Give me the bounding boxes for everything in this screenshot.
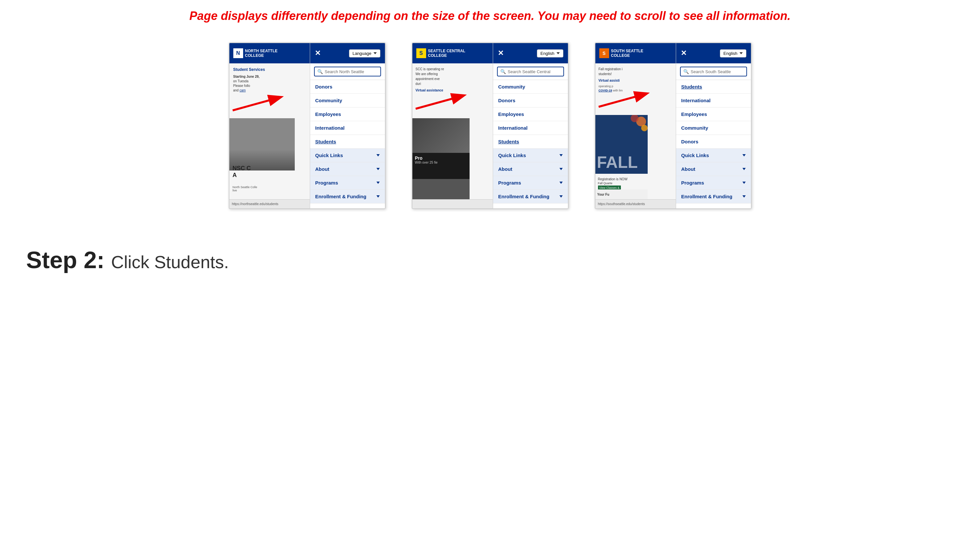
north-language-button[interactable]: Language [349, 49, 380, 57]
north-about-chevron [377, 168, 380, 170]
scc-quick-links-chevron [560, 154, 563, 156]
south-search-input-box[interactable]: 🔍 Search South Seattle [680, 67, 747, 76]
south-status-url: https://southseattle.edu/students [598, 202, 645, 206]
north-menu-community[interactable]: Community [310, 94, 385, 108]
south-about-chevron [743, 168, 746, 170]
north-menu-students[interactable]: Students [310, 135, 385, 149]
south-language-button[interactable]: English [720, 49, 746, 57]
south-menu-employees[interactable]: Employees [676, 108, 751, 121]
south-menu-donors[interactable]: Donors [676, 135, 751, 149]
scc-language-arrow-icon [557, 52, 560, 54]
south-language-label: English [724, 51, 738, 56]
scc-logo: S SEATTLE CENTRALCOLLEGE [416, 48, 465, 58]
north-menu-items: Donors Community Employees International… [310, 80, 385, 208]
scc-bg-content: SCC is operating reWe are offeringappoin… [412, 64, 469, 96]
scc-search-input-box[interactable]: 🔍 Search Seattle Central [497, 67, 564, 76]
scc-college-name: SEATTLE CENTRALCOLLEGE [428, 49, 465, 58]
north-search-icon: 🔍 [317, 69, 323, 74]
south-dropdown-header: ✕ English [676, 43, 751, 64]
scc-language-button[interactable]: English [537, 49, 563, 57]
step-instruction: Step 2: Click Students. [0, 229, 980, 285]
north-dropdown-header: ✕ Language [310, 43, 385, 64]
scc-close-button[interactable]: ✕ [498, 49, 504, 57]
north-search-placeholder: Search North Seattle [325, 69, 378, 74]
south-menu-about[interactable]: About [676, 162, 751, 176]
scc-programs-chevron [560, 182, 563, 184]
north-quick-links-chevron [377, 154, 380, 156]
south-registration-info: Registration is NOW Fall Quarte View Cla… [595, 175, 648, 191]
step-number: Step 2: [26, 248, 105, 272]
south-your-future: Your Fu [595, 189, 648, 199]
scc-menu-programs[interactable]: Programs [493, 176, 568, 190]
south-menu-items: Students International Employees Communi… [676, 80, 751, 208]
south-menu-enrollment[interactable]: Enrollment & Funding [676, 190, 751, 203]
north-enrollment-chevron [377, 195, 380, 198]
north-menu-donors[interactable]: Donors [310, 80, 385, 94]
north-seattle-logo: N NORTH SEATTLECOLLEGE [233, 48, 278, 58]
north-menu-quick-links[interactable]: Quick Links [310, 149, 385, 162]
scc-search-placeholder: Search Seattle Central [508, 69, 561, 74]
scc-menu-students[interactable]: Students [493, 135, 568, 149]
north-menu-programs[interactable]: Programs [310, 176, 385, 190]
south-logo: S SOUTH SEATTLECOLLEGE [599, 48, 643, 58]
scc-bottom-img [412, 179, 469, 199]
scc-menu-international[interactable]: International [493, 121, 568, 135]
scc-menu-about[interactable]: About [493, 162, 568, 176]
south-logo-icon: S [599, 48, 609, 58]
south-menu-international[interactable]: International [676, 94, 751, 108]
seattle-central-screenshot: S SEATTLE CENTRALCOLLEGE SCC is operatin… [412, 43, 569, 209]
south-close-button[interactable]: ✕ [681, 49, 687, 57]
south-search-box: 🔍 Search South Seattle [676, 64, 751, 80]
south-fall-image: FALL [595, 115, 648, 174]
scc-menu-enrollment[interactable]: Enrollment & Funding [493, 190, 568, 203]
scc-bottom-dark: Pro With over 25 fie [412, 153, 469, 179]
north-status-url: https://northseattle.edu/students [232, 202, 278, 206]
step-text: Click Students. [111, 252, 229, 272]
south-enrollment-chevron [743, 195, 746, 198]
step-instruction-text: Click Students. [111, 252, 229, 272]
north-programs-chevron [377, 182, 380, 184]
south-menu-quick-links[interactable]: Quick Links [676, 149, 751, 162]
south-menu-community[interactable]: Community [676, 121, 751, 135]
north-bg-text1: Starting June 29,on TuesdaPlease folloan… [233, 75, 284, 93]
north-bg-image [229, 118, 295, 170]
north-seattle-logo-icon: N [233, 48, 243, 58]
south-search-icon: 🔍 [683, 69, 689, 74]
scc-search-box: 🔍 Search Seattle Central [493, 64, 568, 80]
scc-menu-quick-links[interactable]: Quick Links [493, 149, 568, 162]
north-search-input-box[interactable]: 🔍 Search North Seattle [314, 67, 381, 76]
scc-virtual-link: Virtual assistance [416, 89, 444, 92]
scc-logo-icon: S [416, 48, 426, 58]
scc-menu-employees[interactable]: Employees [493, 108, 568, 121]
north-menu-employees[interactable]: Employees [310, 108, 385, 121]
north-menu-about[interactable]: About [310, 162, 385, 176]
north-language-arrow-icon [374, 52, 377, 54]
north-menu-international[interactable]: International [310, 121, 385, 135]
south-menu-programs[interactable]: Programs [676, 176, 751, 190]
south-college-name: SOUTH SEATTLECOLLEGE [611, 49, 643, 58]
north-seattle-college-name: NORTH SEATTLECOLLEGE [245, 49, 278, 58]
screenshots-container: N NORTH SEATTLECOLLEGE Student Services … [0, 29, 980, 229]
scc-dropdown: ✕ English 🔍 Search Seattle Central Commu… [493, 43, 568, 208]
banner-text: Page displays differently depending on t… [189, 9, 791, 22]
north-language-label: Language [353, 51, 372, 56]
south-search-placeholder: Search South Seattle [691, 69, 744, 74]
scc-enrollment-chevron [560, 195, 563, 198]
south-programs-chevron [743, 182, 746, 184]
scc-menu-community[interactable]: Community [493, 80, 568, 94]
warning-banner: Page displays differently depending on t… [0, 0, 980, 29]
north-menu-enrollment[interactable]: Enrollment & Funding [310, 190, 385, 203]
scc-search-icon: 🔍 [500, 69, 506, 74]
scc-menu-items: Community Donors Employees International… [493, 80, 568, 208]
north-dropdown: ✕ Language 🔍 Search North Seattle Donors… [310, 43, 385, 208]
north-close-button[interactable]: ✕ [315, 49, 321, 57]
scc-menu-donors[interactable]: Donors [493, 94, 568, 108]
south-quick-links-chevron [743, 154, 746, 156]
south-seattle-screenshot: S SOUTH SEATTLECOLLEGE Fall registration… [595, 43, 752, 209]
south-menu-students[interactable]: Students [676, 80, 751, 94]
south-dropdown: ✕ English 🔍 Search South Seattle Student… [676, 43, 751, 208]
north-seattle-screenshot: N NORTH SEATTLECOLLEGE Student Services … [229, 43, 386, 209]
svg-point-6 [641, 125, 648, 131]
north-search-box: 🔍 Search North Seattle [310, 64, 385, 80]
scc-dropdown-header: ✕ English [493, 43, 568, 64]
